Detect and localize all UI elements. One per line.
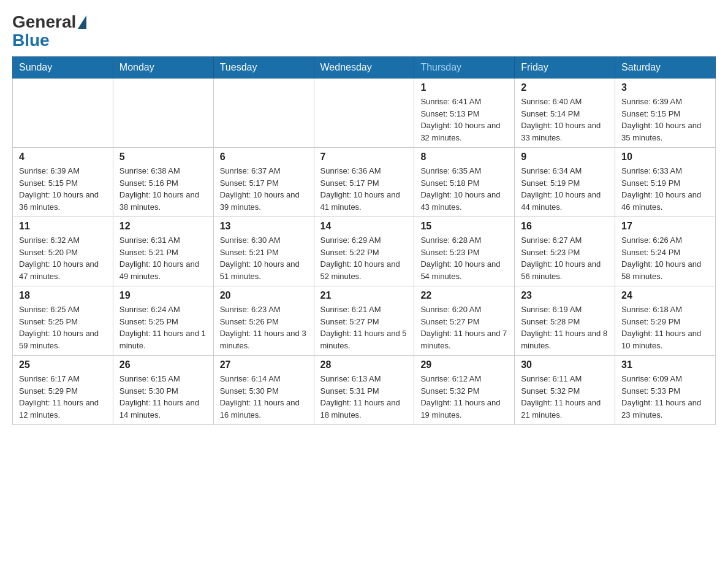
header-tuesday: Tuesday <box>213 57 314 79</box>
day-info: Sunrise: 6:19 AM Sunset: 5:28 PM Dayligh… <box>521 304 609 351</box>
logo-blue: Blue <box>12 31 50 50</box>
day-info: Sunrise: 6:35 AM Sunset: 5:18 PM Dayligh… <box>420 165 508 213</box>
day-number: 28 <box>320 359 408 370</box>
day-number: 26 <box>119 359 207 370</box>
day-number: 7 <box>320 151 408 163</box>
day-info: Sunrise: 6:32 AM Sunset: 5:20 PM Dayligh… <box>19 234 107 282</box>
calendar-cell: 1Sunrise: 6:41 AM Sunset: 5:13 PM Daylig… <box>414 79 515 148</box>
day-number: 4 <box>19 151 107 163</box>
day-number: 30 <box>521 359 609 370</box>
day-info: Sunrise: 6:27 AM Sunset: 5:23 PM Dayligh… <box>521 234 609 282</box>
day-info: Sunrise: 6:34 AM Sunset: 5:19 PM Dayligh… <box>521 165 609 213</box>
day-number: 11 <box>19 221 107 232</box>
calendar-cell: 6Sunrise: 6:37 AM Sunset: 5:17 PM Daylig… <box>213 148 314 217</box>
header-monday: Monday <box>113 57 213 79</box>
day-info: Sunrise: 6:18 AM Sunset: 5:29 PM Dayligh… <box>621 304 709 351</box>
calendar-cell: 13Sunrise: 6:30 AM Sunset: 5:21 PM Dayli… <box>213 217 314 286</box>
day-number: 31 <box>621 359 709 370</box>
header-sunday: Sunday <box>13 57 113 79</box>
day-number: 3 <box>621 82 709 93</box>
calendar-cell: 16Sunrise: 6:27 AM Sunset: 5:23 PM Dayli… <box>515 217 615 286</box>
day-info: Sunrise: 6:20 AM Sunset: 5:27 PM Dayligh… <box>420 304 508 351</box>
week-row-1: 1Sunrise: 6:41 AM Sunset: 5:13 PM Daylig… <box>13 79 716 148</box>
day-info: Sunrise: 6:37 AM Sunset: 5:17 PM Dayligh… <box>220 165 308 213</box>
day-info: Sunrise: 6:29 AM Sunset: 5:22 PM Dayligh… <box>320 234 408 282</box>
day-number: 24 <box>621 290 709 301</box>
day-number: 2 <box>521 82 609 93</box>
calendar-cell: 10Sunrise: 6:33 AM Sunset: 5:19 PM Dayli… <box>615 148 716 217</box>
day-info: Sunrise: 6:36 AM Sunset: 5:17 PM Dayligh… <box>320 165 408 213</box>
day-number: 15 <box>420 221 508 232</box>
header-friday: Friday <box>515 57 615 79</box>
calendar-header: SundayMondayTuesdayWednesdayThursdayFrid… <box>13 57 716 79</box>
calendar-cell: 7Sunrise: 6:36 AM Sunset: 5:17 PM Daylig… <box>314 148 414 217</box>
day-info: Sunrise: 6:11 AM Sunset: 5:32 PM Dayligh… <box>521 373 609 421</box>
day-number: 5 <box>119 151 207 163</box>
calendar-cell <box>314 79 414 148</box>
calendar-cell <box>13 79 113 148</box>
day-number: 18 <box>19 290 107 301</box>
day-info: Sunrise: 6:38 AM Sunset: 5:16 PM Dayligh… <box>119 165 207 213</box>
calendar-cell: 18Sunrise: 6:25 AM Sunset: 5:25 PM Dayli… <box>13 286 113 356</box>
day-info: Sunrise: 6:40 AM Sunset: 5:14 PM Dayligh… <box>521 96 609 144</box>
calendar-cell <box>213 79 314 148</box>
day-info: Sunrise: 6:26 AM Sunset: 5:24 PM Dayligh… <box>621 234 709 282</box>
day-number: 21 <box>320 290 408 301</box>
calendar-cell: 24Sunrise: 6:18 AM Sunset: 5:29 PM Dayli… <box>615 286 716 356</box>
calendar-cell: 2Sunrise: 6:40 AM Sunset: 5:14 PM Daylig… <box>515 79 615 148</box>
header-row: SundayMondayTuesdayWednesdayThursdayFrid… <box>13 57 716 79</box>
calendar-cell: 26Sunrise: 6:15 AM Sunset: 5:30 PM Dayli… <box>113 356 213 425</box>
day-number: 27 <box>220 359 308 370</box>
day-number: 9 <box>521 151 609 163</box>
day-info: Sunrise: 6:14 AM Sunset: 5:30 PM Dayligh… <box>220 373 308 421</box>
calendar-cell: 23Sunrise: 6:19 AM Sunset: 5:28 PM Dayli… <box>515 286 615 356</box>
day-number: 1 <box>420 82 508 93</box>
day-number: 6 <box>220 151 308 163</box>
day-info: Sunrise: 6:33 AM Sunset: 5:19 PM Dayligh… <box>621 165 709 213</box>
calendar-cell: 9Sunrise: 6:34 AM Sunset: 5:19 PM Daylig… <box>515 148 615 217</box>
calendar-cell: 29Sunrise: 6:12 AM Sunset: 5:32 PM Dayli… <box>414 356 515 425</box>
calendar-cell: 21Sunrise: 6:21 AM Sunset: 5:27 PM Dayli… <box>314 286 414 356</box>
week-row-4: 18Sunrise: 6:25 AM Sunset: 5:25 PM Dayli… <box>13 286 716 356</box>
logo-general: General <box>12 12 76 32</box>
logo-line1: General <box>12 12 88 32</box>
calendar-cell <box>113 79 213 148</box>
day-number: 16 <box>521 221 609 232</box>
header-thursday: Thursday <box>414 57 515 79</box>
day-info: Sunrise: 6:31 AM Sunset: 5:21 PM Dayligh… <box>119 234 207 282</box>
day-info: Sunrise: 6:12 AM Sunset: 5:32 PM Dayligh… <box>420 373 508 421</box>
calendar-cell: 22Sunrise: 6:20 AM Sunset: 5:27 PM Dayli… <box>414 286 515 356</box>
week-row-5: 25Sunrise: 6:17 AM Sunset: 5:29 PM Dayli… <box>13 356 716 425</box>
day-number: 13 <box>220 221 308 232</box>
calendar-cell: 28Sunrise: 6:13 AM Sunset: 5:31 PM Dayli… <box>314 356 414 425</box>
calendar-cell: 17Sunrise: 6:26 AM Sunset: 5:24 PM Dayli… <box>615 217 716 286</box>
day-number: 19 <box>119 290 207 301</box>
header-wednesday: Wednesday <box>314 57 414 79</box>
day-info: Sunrise: 6:13 AM Sunset: 5:31 PM Dayligh… <box>320 373 408 421</box>
day-number: 20 <box>220 290 308 301</box>
calendar-cell: 30Sunrise: 6:11 AM Sunset: 5:32 PM Dayli… <box>515 356 615 425</box>
day-info: Sunrise: 6:39 AM Sunset: 5:15 PM Dayligh… <box>19 165 107 213</box>
day-number: 8 <box>420 151 508 163</box>
calendar-cell: 27Sunrise: 6:14 AM Sunset: 5:30 PM Dayli… <box>213 356 314 425</box>
logo-area: General Blue <box>12 12 88 50</box>
day-number: 14 <box>320 221 408 232</box>
day-number: 29 <box>420 359 508 370</box>
page-header: General Blue <box>12 12 716 50</box>
day-info: Sunrise: 6:17 AM Sunset: 5:29 PM Dayligh… <box>19 373 107 421</box>
day-info: Sunrise: 6:25 AM Sunset: 5:25 PM Dayligh… <box>19 304 107 351</box>
calendar-cell: 3Sunrise: 6:39 AM Sunset: 5:15 PM Daylig… <box>615 79 716 148</box>
day-number: 25 <box>19 359 107 370</box>
day-number: 17 <box>621 221 709 232</box>
calendar-cell: 25Sunrise: 6:17 AM Sunset: 5:29 PM Dayli… <box>13 356 113 425</box>
day-info: Sunrise: 6:41 AM Sunset: 5:13 PM Dayligh… <box>420 96 508 144</box>
day-info: Sunrise: 6:15 AM Sunset: 5:30 PM Dayligh… <box>119 373 207 421</box>
day-info: Sunrise: 6:28 AM Sunset: 5:23 PM Dayligh… <box>420 234 508 282</box>
day-info: Sunrise: 6:23 AM Sunset: 5:26 PM Dayligh… <box>220 304 308 351</box>
calendar-cell: 14Sunrise: 6:29 AM Sunset: 5:22 PM Dayli… <box>314 217 414 286</box>
day-number: 12 <box>119 221 207 232</box>
calendar-cell: 4Sunrise: 6:39 AM Sunset: 5:15 PM Daylig… <box>13 148 113 217</box>
week-row-3: 11Sunrise: 6:32 AM Sunset: 5:20 PM Dayli… <box>13 217 716 286</box>
day-number: 10 <box>621 151 709 163</box>
day-info: Sunrise: 6:09 AM Sunset: 5:33 PM Dayligh… <box>621 373 709 421</box>
